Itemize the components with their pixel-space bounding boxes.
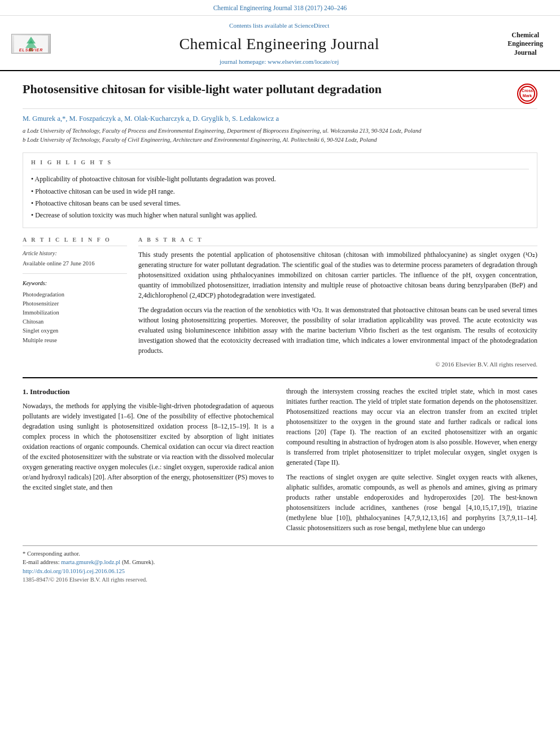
issn-line: 1385-8947/© 2016 Elsevier B.V. All right… bbox=[23, 575, 537, 584]
footnote-area: * Corresponding author. E-mail address: … bbox=[23, 545, 537, 584]
body-columns: 1. Introduction Nowadays, the methods fo… bbox=[23, 386, 537, 538]
email-label: E-mail address: bbox=[23, 559, 60, 565]
highlight-item: Photoactive chitosan beans can be used s… bbox=[31, 198, 529, 209]
abstract-label: A B S T R A C T bbox=[138, 236, 537, 247]
journal-sidebar-title: Chemical Engineering Journal bbox=[508, 31, 543, 58]
email-person: (M. Gmurek). bbox=[122, 559, 155, 565]
article-info-label: A R T I C L E I N F O bbox=[23, 236, 127, 247]
intro-col2-para2: The reactions of singlet oxygen are quit… bbox=[286, 472, 537, 533]
svg-text:Cross: Cross bbox=[522, 89, 533, 93]
abstract-paragraph-1: This study presents the potential applic… bbox=[138, 250, 537, 300]
keyword-item: Chitosan bbox=[23, 317, 127, 326]
sciencedirect-link[interactable]: ScienceDirect bbox=[295, 22, 330, 29]
intro-col1-para1: Nowadays, the methods for applying the v… bbox=[23, 401, 274, 492]
keywords-section: Keywords: Photodegradation Photosensitiz… bbox=[23, 279, 127, 344]
highlights-section: H I G H L I G H T S Applicability of pho… bbox=[23, 152, 537, 228]
journal-title: Chemical Engineering Journal bbox=[179, 33, 379, 56]
keywords-label: Keywords: bbox=[23, 279, 127, 288]
journal-citation: Chemical Engineering Journal 318 (2017) … bbox=[213, 5, 347, 11]
highlight-item: Photoactive chitosan can be used in wide… bbox=[31, 186, 529, 198]
abstract-text: This study presents the potential applic… bbox=[138, 250, 537, 356]
elsevier-logo: ELSEVIER bbox=[11, 34, 51, 54]
body-col-right: through the intersystem crossing reaches… bbox=[286, 386, 537, 538]
article-info: A R T I C L E I N F O Article history: A… bbox=[23, 236, 127, 369]
journal-homepage: journal homepage: www.elsevier.com/locat… bbox=[220, 58, 339, 67]
main-content: Photosensitive chitosan for visible-ligh… bbox=[0, 71, 560, 584]
intro-heading: 1. Introduction bbox=[23, 386, 274, 397]
article-title: Photosensitive chitosan for visible-ligh… bbox=[23, 81, 511, 98]
available-online: Available online 27 June 2016 bbox=[23, 260, 95, 267]
keyword-item: Singlet oxygen bbox=[23, 326, 127, 335]
journal-header: ELSEVIER Contents lists available at Sci… bbox=[0, 16, 560, 71]
svg-text:Mark: Mark bbox=[523, 94, 532, 98]
affiliations: a Lodz University of Technology, Faculty… bbox=[23, 126, 537, 145]
abstract-section: A B S T R A C T This study presents the … bbox=[138, 236, 537, 369]
body-col-left: 1. Introduction Nowadays, the methods fo… bbox=[23, 386, 274, 538]
article-history: Article history: Available online 27 Jun… bbox=[23, 250, 127, 274]
keyword-item: Photodegradation bbox=[23, 290, 127, 299]
doi-line: http://dx.doi.org/10.1016/j.cej.2016.06.… bbox=[23, 567, 537, 575]
highlight-item: Decrease of solution toxicity was much h… bbox=[31, 209, 529, 221]
affiliation-b: b Lodz University of Technology, Faculty… bbox=[23, 136, 537, 145]
svg-text:ELSEVIER: ELSEVIER bbox=[19, 48, 43, 52]
highlights-list: Applicability of photoactive chitosan fo… bbox=[31, 173, 529, 222]
crossmark-badge: Cross Mark bbox=[517, 84, 537, 104]
article-info-abstract: A R T I C L E I N F O Article history: A… bbox=[23, 236, 537, 369]
top-banner: Chemical Engineering Journal 318 (2017) … bbox=[0, 0, 560, 16]
keyword-item: Photosensitizer bbox=[23, 299, 127, 308]
authors-line: M. Gmurek a,*, M. Foszpańczyk a, M. Olak… bbox=[23, 113, 537, 124]
copyright-line: © 2016 Elsevier B.V. All rights reserved… bbox=[138, 360, 537, 369]
contents-line: Contents lists available at ScienceDirec… bbox=[229, 21, 329, 30]
email-line: E-mail address: marta.gmurek@p.lodz.pl (… bbox=[23, 558, 537, 566]
section-divider bbox=[23, 377, 537, 378]
abstract-paragraph-2: The degradation occurs via the reaction … bbox=[138, 305, 537, 356]
corresponding-author: * Corresponding author. bbox=[23, 549, 537, 558]
affiliation-a: a Lodz University of Technology, Faculty… bbox=[23, 126, 537, 136]
highlights-label: H I G H L I G H T S bbox=[31, 159, 529, 170]
keyword-item: Immobilization bbox=[23, 308, 127, 317]
doi-text[interactable]: http://dx.doi.org/10.1016/j.cej.2016.06.… bbox=[23, 568, 125, 574]
article-title-section: Photosensitive chitosan for visible-ligh… bbox=[23, 71, 537, 109]
intro-col2-para1: through the intersystem crossing reaches… bbox=[286, 386, 537, 468]
journal-header-center: Contents lists available at ScienceDirec… bbox=[51, 21, 508, 67]
email-link[interactable]: marta.gmurek@p.lodz.pl bbox=[61, 559, 120, 565]
elsevier-logo-box: ELSEVIER bbox=[11, 34, 51, 54]
highlight-item: Applicability of photoactive chitosan fo… bbox=[31, 173, 529, 185]
article-history-label: Article history: bbox=[23, 250, 127, 258]
keyword-item: Multiple reuse bbox=[23, 336, 127, 344]
corresponding-label: * Corresponding author. bbox=[23, 551, 80, 557]
